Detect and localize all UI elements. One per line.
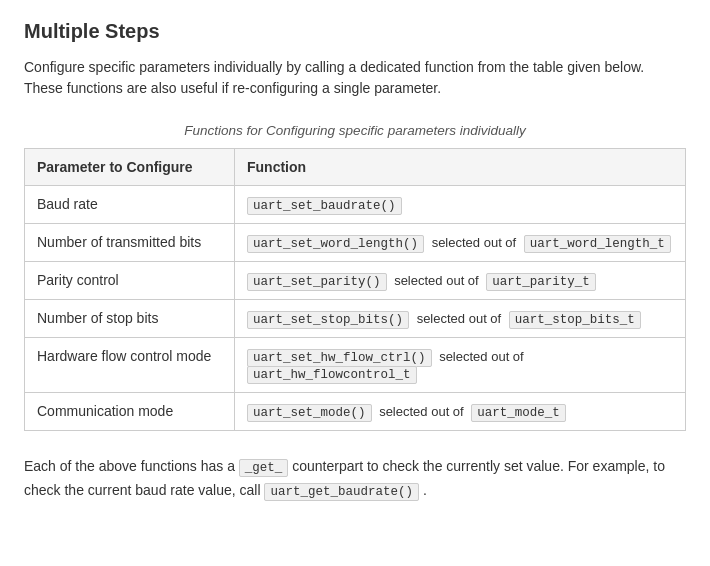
func-code: uart_set_hw_flow_ctrl() <box>247 349 432 367</box>
intro-text: Configure specific parameters individual… <box>24 57 686 99</box>
param-cell: Baud rate <box>25 186 235 224</box>
table-row: Number of stop bitsuart_set_stop_bits() … <box>25 300 686 338</box>
func-cell: uart_set_word_length() selected out of u… <box>235 224 686 262</box>
footer-text1: Each of the above functions has a <box>24 458 235 474</box>
type-code: uart_hw_flowcontrol_t <box>247 366 417 384</box>
func-code: uart_set_baudrate() <box>247 197 402 215</box>
func-code: uart_set_mode() <box>247 404 372 422</box>
table-row: Hardware flow control modeuart_set_hw_fl… <box>25 338 686 393</box>
func-cell: uart_set_parity() selected out of uart_p… <box>235 262 686 300</box>
table-caption: Functions for Configuring specific param… <box>24 123 686 138</box>
func-code: uart_set_parity() <box>247 273 387 291</box>
type-code: uart_mode_t <box>471 404 566 422</box>
func-cell: uart_set_stop_bits() selected out of uar… <box>235 300 686 338</box>
table-row: Parity controluart_set_parity() selected… <box>25 262 686 300</box>
func-code: uart_set_stop_bits() <box>247 311 409 329</box>
col-param-header: Parameter to Configure <box>25 149 235 186</box>
param-cell: Parity control <box>25 262 235 300</box>
footer-text3: . <box>423 482 427 498</box>
col-func-header: Function <box>235 149 686 186</box>
param-cell: Communication mode <box>25 393 235 431</box>
param-cell: Hardware flow control mode <box>25 338 235 393</box>
param-cell: Number of transmitted bits <box>25 224 235 262</box>
page-title: Multiple Steps <box>24 20 686 43</box>
selected-out-of-text: selected out of <box>376 404 468 419</box>
table-row: Number of transmitted bitsuart_set_word_… <box>25 224 686 262</box>
footer-get-code: _get_ <box>239 459 289 477</box>
func-cell: uart_set_mode() selected out of uart_mod… <box>235 393 686 431</box>
selected-out-of-text: selected out of <box>428 235 520 250</box>
table-row: Communication modeuart_set_mode() select… <box>25 393 686 431</box>
type-code: uart_parity_t <box>486 273 596 291</box>
func-code: uart_set_word_length() <box>247 235 424 253</box>
selected-out-of-text: selected out of <box>391 273 483 288</box>
selected-out-of-text: selected out of <box>413 311 505 326</box>
footer-example-code: uart_get_baudrate() <box>264 483 419 501</box>
param-cell: Number of stop bits <box>25 300 235 338</box>
table-header-row: Parameter to Configure Function <box>25 149 686 186</box>
type-code: uart_stop_bits_t <box>509 311 641 329</box>
table-row: Baud rateuart_set_baudrate() <box>25 186 686 224</box>
footer-text: Each of the above functions has a _get_ … <box>24 455 686 504</box>
functions-table: Parameter to Configure Function Baud rat… <box>24 148 686 431</box>
selected-out-of-text: selected out of <box>436 349 524 364</box>
func-cell: uart_set_hw_flow_ctrl() selected out of … <box>235 338 686 393</box>
type-code: uart_word_length_t <box>524 235 671 253</box>
func-cell: uart_set_baudrate() <box>235 186 686 224</box>
